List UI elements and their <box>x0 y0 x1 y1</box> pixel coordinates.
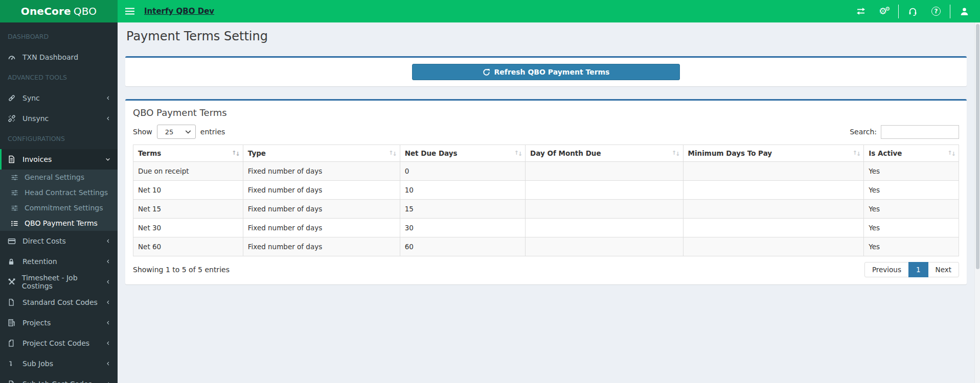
chevron-left-icon <box>105 320 111 326</box>
cell-is-active: Yes <box>864 200 959 219</box>
sidebar-item-retention[interactable]: Retention <box>0 251 118 272</box>
pagination: Previous 1 Next <box>864 262 959 277</box>
file-icon <box>8 298 18 306</box>
cell-minimum-days-to-pay <box>683 162 864 181</box>
user-icon <box>960 7 969 16</box>
transactions-exchange-button[interactable] <box>849 0 873 22</box>
chevron-down-icon <box>105 156 111 162</box>
sidebar-item-general-settings[interactable]: General Settings <box>0 170 118 185</box>
sidebar-item-sub-jobs[interactable]: Sub Jobs <box>0 353 118 374</box>
sidebar-toggle-button[interactable] <box>118 0 142 22</box>
table-row: Net 15 Fixed number of days 15 Yes <box>133 200 959 219</box>
cell-day-of-month-due <box>526 237 683 256</box>
cell-minimum-days-to-pay <box>683 237 864 256</box>
page-length-select[interactable]: 25 <box>157 125 196 139</box>
cell-terms: Net 10 <box>133 181 243 200</box>
sidebar-item-unsync[interactable]: Unsync <box>0 108 118 129</box>
sidebar-item-qbo-payment-terms[interactable]: QBO Payment Terms <box>0 216 118 231</box>
sidebar-item-head-contract-settings[interactable]: Head Contract Settings <box>0 185 118 200</box>
cell-type: Fixed number of days <box>243 200 400 219</box>
cell-type: Fixed number of days <box>243 162 400 181</box>
page-length-control: Show 25 entries <box>133 125 225 139</box>
chevron-left-icon <box>105 299 111 305</box>
table-footer: Showing 1 to 5 of 5 entries Previous 1 N… <box>133 262 959 277</box>
main-content: Payment Terms Setting Refresh QBO Paymen… <box>118 22 980 383</box>
settings-gears-button[interactable]: ⚙ ⚙ <box>873 0 896 22</box>
table-info: Showing 1 to 5 of 5 entries <box>133 266 230 274</box>
column-header-net-due-days[interactable]: Net Due Days↑↓ <box>400 145 525 162</box>
sidebar-item-direct-costs[interactable]: Direct Costs <box>0 231 118 251</box>
scrollbar-track[interactable] <box>974 22 980 383</box>
chevron-left-icon <box>105 258 111 265</box>
column-header-day-of-month-due[interactable]: Day Of Month Due↑↓ <box>526 145 683 162</box>
chevron-left-icon <box>105 238 111 244</box>
navbar-divider <box>898 5 899 18</box>
sliders-icon <box>11 174 20 181</box>
support-button[interactable] <box>901 0 924 22</box>
refresh-qbo-payment-terms-button[interactable]: Refresh QBO Payment Terms <box>412 64 680 80</box>
column-header-type[interactable]: Type↑↓ <box>243 145 400 162</box>
sidebar-section-configurations: CONFIGURATIONS <box>0 129 118 149</box>
cell-type: Fixed number of days <box>243 237 400 256</box>
column-header-minimum-days-to-pay[interactable]: Minimum Days To Pay↑↓ <box>683 145 864 162</box>
environment-link[interactable]: Interfy QBO Dev <box>144 7 214 16</box>
search-control: Search: <box>850 125 959 139</box>
entries-label: entries <box>200 128 225 136</box>
sidebar-section-dashboard: DASHBOARD <box>0 22 118 47</box>
broken-chain-icon <box>8 114 18 123</box>
sidebar-item-timesheet-job-costings[interactable]: Timesheet - Job Costings <box>0 272 118 292</box>
sidebar-item-invoices[interactable]: Invoices <box>0 149 118 170</box>
pagination-next-button[interactable]: Next <box>928 262 959 277</box>
top-navbar: Interfy QBO Dev ⚙ ⚙ ? <box>118 0 980 22</box>
chevron-left-icon <box>105 361 111 367</box>
list-icon <box>11 220 20 227</box>
chevron-left-icon <box>105 95 111 101</box>
user-profile-button[interactable] <box>952 0 976 22</box>
sidebar-item-commitment-settings[interactable]: Commitment Settings <box>0 200 118 216</box>
cell-terms: Net 30 <box>133 219 243 237</box>
pagination-previous-button[interactable]: Previous <box>864 262 909 277</box>
invoices-submenu: General Settings Head Contract Settings … <box>0 170 118 231</box>
refresh-icon <box>483 68 490 76</box>
cell-day-of-month-due <box>526 200 683 219</box>
brand-name-light: QBO <box>74 5 97 17</box>
sidebar-item-txn-dashboard[interactable]: TXN Dashboard <box>0 47 118 67</box>
cell-net-due-days: 30 <box>400 219 525 237</box>
tachometer-icon <box>8 53 18 61</box>
sidebar-item-project-cost-codes[interactable]: Project Cost Codes <box>0 333 118 353</box>
sidebar-item-sub-job-cost-codes[interactable]: Sub Job Cost Codes <box>0 374 118 383</box>
cell-day-of-month-due <box>526 181 683 200</box>
column-header-terms[interactable]: Terms↑↓ <box>133 145 243 162</box>
help-button[interactable]: ? <box>924 0 948 22</box>
level-down-arrow-icon <box>8 360 18 368</box>
question-circle-icon: ? <box>931 7 941 16</box>
page-title: Payment Terms Setting <box>126 29 967 44</box>
sidebar-item-standard-cost-codes[interactable]: Standard Cost Codes <box>0 292 118 313</box>
column-header-is-active[interactable]: Is Active↑↓ <box>864 145 959 162</box>
panel-title: QBO Payment Terms <box>125 101 967 121</box>
search-input[interactable] <box>881 125 959 139</box>
tools-icon <box>8 278 17 286</box>
select-chevron-down-icon <box>185 130 191 134</box>
scrollbar-thumb[interactable] <box>976 24 979 269</box>
table-row: Net 10 Fixed number of days 10 Yes <box>133 181 959 200</box>
credit-card-icon <box>8 237 18 245</box>
show-label: Show <box>133 128 152 136</box>
headset-icon <box>908 7 917 16</box>
sort-icon: ↑↓ <box>389 150 396 157</box>
sidebar-item-sync[interactable]: Sync <box>0 88 118 108</box>
cell-net-due-days: 60 <box>400 237 525 256</box>
building-icon <box>8 319 18 327</box>
chain-link-icon <box>8 94 18 102</box>
sliders-icon <box>11 189 20 197</box>
brand-logo[interactable]: OneCore QBO <box>0 0 118 22</box>
hamburger-icon <box>125 8 134 15</box>
sidebar-item-projects[interactable]: Projects <box>0 313 118 333</box>
pagination-page-1-button[interactable]: 1 <box>908 262 928 277</box>
cell-is-active: Yes <box>864 181 959 200</box>
cell-minimum-days-to-pay <box>683 219 864 237</box>
cell-minimum-days-to-pay <box>683 181 864 200</box>
cell-is-active: Yes <box>864 219 959 237</box>
table-header-row: Terms↑↓ Type↑↓ Net Due Days↑↓ Day Of Mon… <box>133 145 959 162</box>
navbar-right-icons: ⚙ ⚙ ? <box>849 0 980 22</box>
